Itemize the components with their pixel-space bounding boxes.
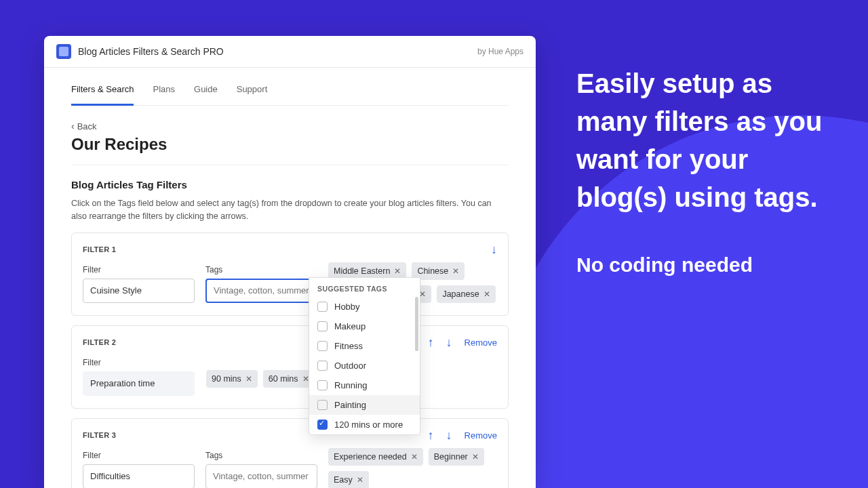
chip-remove-icon[interactable]: ✕ — [357, 475, 363, 485]
tags-input[interactable] — [205, 464, 317, 489]
move-down-button[interactable]: ↓ — [491, 243, 497, 257]
dropdown-item[interactable]: Running — [309, 375, 420, 395]
filter-card-title: FILTER 3 — [83, 431, 116, 439]
remove-filter-link[interactable]: Remove — [465, 338, 497, 348]
dropdown-item[interactable]: Painting — [309, 395, 420, 415]
filter-card-2: FILTER 2 ↑ ↓ Remove Filter . — [71, 325, 509, 409]
dropdown-heading: SUGGESTED TAGS — [309, 278, 420, 297]
tags-dropdown: SUGGESTED TAGS Hobby Makeup Fitness Outd… — [309, 277, 420, 435]
filter-name-input[interactable] — [83, 464, 195, 489]
marketing-sub: No coding needed — [576, 253, 827, 277]
app-byline: by Hue Apps — [477, 47, 524, 56]
dropdown-item[interactable]: Makeup — [309, 317, 420, 336]
filter-card-title: FILTER 2 — [83, 338, 116, 346]
dropdown-item[interactable]: 120 mins or more — [309, 415, 420, 434]
filter-card-3: FILTER 3 ↑ ↓ Remove Filter Tags — [71, 418, 509, 489]
tag-chip: Easy✕ — [328, 471, 369, 489]
tab-support[interactable]: Support — [237, 75, 268, 105]
marketing-headline: Easily setup as many filters as you want… — [576, 64, 827, 216]
filter-card-title: FILTER 1 — [83, 245, 116, 253]
filter-name-input[interactable] — [83, 279, 195, 303]
nav-tabs: Filters & Search Plans Guide Support — [71, 75, 509, 106]
chip-remove-icon[interactable]: ✕ — [411, 452, 418, 462]
chip-remove-icon[interactable]: ✕ — [394, 266, 401, 276]
filter-card-1: FILTER 1 ↓ Filter Tags Middle Eastern✕ C… — [71, 232, 509, 316]
dropdown-item[interactable]: Fitness — [309, 336, 420, 356]
tab-plans[interactable]: Plans — [153, 75, 175, 105]
dropdown-item[interactable]: Outdoor — [309, 356, 420, 375]
remove-filter-link[interactable]: Remove — [465, 430, 497, 441]
dropdown-scrollbar[interactable] — [415, 297, 418, 351]
field-label-tags: Tags — [205, 265, 317, 274]
chip-remove-icon[interactable]: ✕ — [245, 374, 252, 384]
field-label-filter: Filter — [83, 358, 195, 367]
back-label: Back — [77, 121, 97, 131]
back-button[interactable]: ‹ Back — [71, 121, 97, 131]
field-label-filter: Filter — [83, 265, 195, 274]
app-logo-icon — [56, 44, 71, 59]
app-panel: Blog Articles Filters & Search PRO by Hu… — [44, 36, 536, 488]
chip-remove-icon[interactable]: ✕ — [452, 266, 459, 276]
dropdown-item[interactable]: Hobby — [309, 297, 420, 317]
tag-chip: 90 mins✕ — [206, 370, 258, 388]
field-label-filter: Filter — [83, 451, 195, 460]
app-title: Blog Articles Filters & Search PRO — [78, 46, 224, 57]
tab-guide[interactable]: Guide — [194, 75, 218, 105]
section-desc: Click on the Tags field below and select… — [71, 197, 509, 223]
tag-chip: Beginner✕ — [429, 448, 484, 466]
move-down-button[interactable]: ↓ — [446, 336, 452, 350]
tab-filters-search[interactable]: Filters & Search — [71, 75, 134, 106]
chip-remove-icon[interactable]: ✕ — [484, 289, 490, 299]
move-down-button[interactable]: ↓ — [446, 428, 452, 443]
chevron-left-icon: ‹ — [71, 121, 75, 131]
move-up-button[interactable]: ↑ — [428, 336, 434, 350]
section-title: Blog Articles Tag Filters — [71, 179, 509, 190]
chip-remove-icon[interactable]: ✕ — [472, 452, 479, 462]
tag-chip: Experience needed✕ — [328, 448, 423, 466]
tag-chip: Japanese✕ — [437, 285, 495, 303]
field-label-tags: Tags — [205, 451, 317, 460]
tag-chip: 60 mins✕ — [263, 370, 315, 388]
filter-name-input[interactable] — [83, 371, 195, 396]
move-up-button[interactable]: ↑ — [428, 428, 434, 443]
tags-input[interactable] — [205, 279, 317, 303]
page-title: Our Recipes — [71, 135, 509, 154]
